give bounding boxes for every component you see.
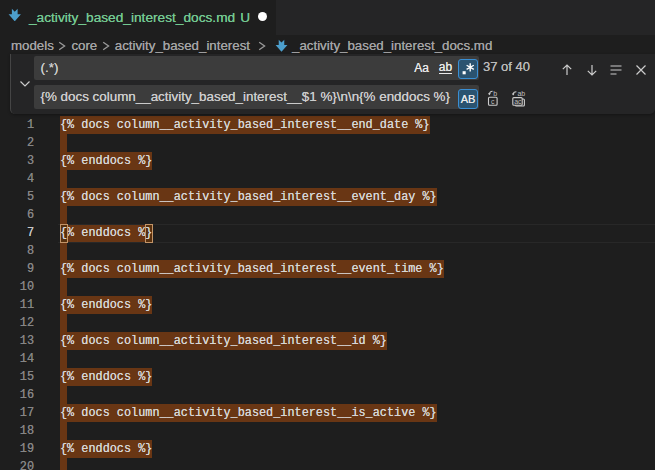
svg-text:c: c <box>490 97 494 104</box>
svg-text:ac: ac <box>514 97 522 104</box>
svg-text:b: b <box>493 90 497 97</box>
svg-text:ab: ab <box>517 90 525 97</box>
